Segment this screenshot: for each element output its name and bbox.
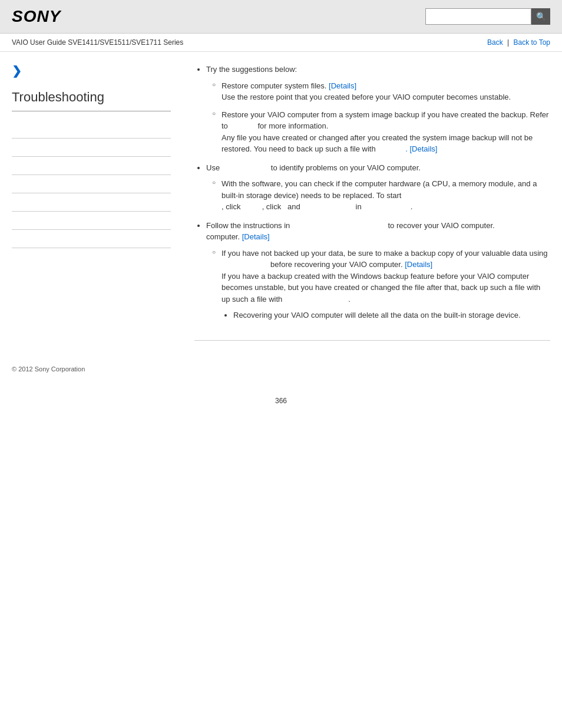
list-item[interactable] [12,175,171,193]
list-item[interactable] [12,230,171,248]
sub1-2-link[interactable]: . [Details] [405,144,437,153]
search-area: 🔍 [425,8,550,25]
sub-bullet-1-2: Restore your VAIO computer from a system… [212,109,550,155]
sub1-1-link[interactable]: [Details] [329,81,356,90]
nested-text: Recovering your VAIO computer will delet… [233,311,521,319]
sub3-1-desc: If you have a backup created with the Wi… [222,272,540,292]
guide-title: VAIO User Guide SVE1411/SVE1511/SVE1711 … [12,38,183,47]
bullet-item-3: Follow the instructions in to recover yo… [206,220,550,321]
bullet2-use: Use [206,163,220,172]
search-icon: 🔍 [536,12,546,21]
bullet2-mid: to identify problems on your VAIO comput… [271,163,421,172]
bullet-item-1: Try the suggestions below: Restore compu… [206,64,550,155]
list-item[interactable] [12,120,171,139]
list-item[interactable] [12,193,171,212]
search-button[interactable]: 🔍 [531,8,550,25]
sony-logo: SONY [12,7,61,26]
sub1-2-desc: Any file you have created or changed aft… [222,133,533,154]
bullet-item-2: Use to identify problems on your VAIO co… [206,162,550,213]
list-item[interactable] [12,212,171,230]
list-item[interactable] [12,139,171,157]
nested-bullet-list: Recovering your VAIO computer will delet… [222,309,550,321]
sidebar-title: Troubleshooting [12,90,171,111]
sub3-1-text: If you have not backed up your data, be … [222,249,548,258]
sub-bullet-2-1: With the software, you can check if the … [212,178,550,213]
nav-links: Back | Back to Top [487,38,550,47]
bullet3-text: Follow the instructions in [206,221,290,230]
back-to-top-link[interactable]: Back to Top [514,38,550,47]
page-footer: © 2012 Sony Corporation [0,353,562,385]
bullet1-text: Try the suggestions below: [206,65,297,74]
content-area: Try the suggestions below: Restore compu… [183,64,550,341]
page-header: SONY 🔍 [0,0,562,34]
nav-bar: VAIO User Guide SVE1411/SVE1511/SVE1711 … [0,34,562,52]
search-input[interactable] [425,8,531,25]
sub3-1-link[interactable]: [Details] [405,260,432,269]
sub-bullet-3-1: If you have not backed up your data, be … [212,248,550,321]
copyright-text: © 2012 Sony Corporation [12,365,85,373]
sub1-1-desc: Use the restore point that you created b… [222,93,511,101]
sub1-2-mid: for more information. [257,121,328,130]
page-number: 366 [0,385,562,417]
sub3-1-mid: before recovering your VAIO computer. [270,260,402,269]
sub2-1-click: , click [262,202,282,211]
sub2-1-mid: , click [222,202,241,211]
content-inner: Try the suggestions below: Restore compu… [194,64,550,341]
sub-bullet-list-3: If you have not backed up your data, be … [206,248,550,321]
chevron-icon: ❯ [12,64,171,78]
main-container: ❯ Troubleshooting Try the suggestions be… [0,52,562,353]
sub2-1-and: and [287,202,300,211]
nested-bullet-item: Recovering your VAIO computer will delet… [233,309,550,321]
sidebar-nav [12,120,171,248]
sub2-1-text: With the software, you can check if the … [222,179,537,200]
sub-bullet-list-2: With the software, you can check if the … [206,178,550,213]
sub1-1-text: Restore computer system files. [222,81,326,90]
bullet3-link[interactable]: [Details] [242,232,270,241]
list-item[interactable] [12,157,171,175]
sub-bullet-1-1: Restore computer system files. [Details]… [212,80,550,103]
sub2-1-in: in [356,202,362,211]
sub-bullet-list-1: Restore computer system files. [Details]… [206,80,550,155]
bullet3-mid: to recover your VAIO computer. [388,221,495,230]
sidebar: ❯ Troubleshooting [12,64,183,341]
nav-separator: | [507,38,511,47]
main-bullet-list: Try the suggestions below: Restore compu… [194,64,550,321]
back-link[interactable]: Back [487,38,503,47]
